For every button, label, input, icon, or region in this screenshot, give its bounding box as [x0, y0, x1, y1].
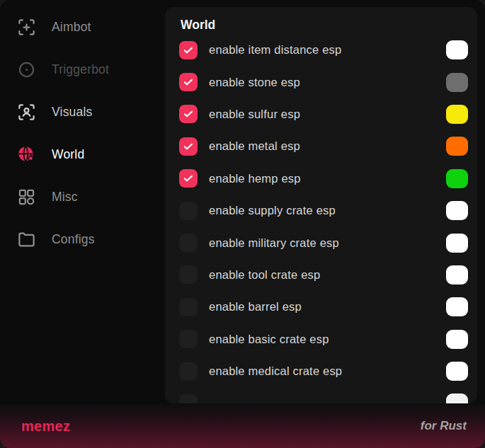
check-icon [183, 108, 194, 120]
option-row: enable medical crate esp [179, 355, 468, 387]
color-swatch[interactable] [446, 73, 468, 92]
cheat-menu-window: Aimbot Triggerbot Visuals World Misc Con… [0, 0, 485, 448]
check-icon [183, 141, 194, 152]
option-row: enable barrel esp [179, 291, 468, 323]
misc-icon [17, 188, 36, 207]
configs-icon [17, 230, 36, 249]
option-label: enable item distance esp [209, 43, 446, 57]
option-row: enable metal esp [179, 130, 468, 162]
option-checkbox[interactable] [179, 298, 198, 316]
option-checkbox[interactable] [179, 394, 198, 403]
aimbot-icon [17, 18, 36, 37]
option-label: enable supply crate esp [209, 204, 446, 217]
sidebar-item-misc[interactable]: Misc [0, 176, 165, 218]
panel-title: World [181, 17, 468, 33]
triggerbot-icon [17, 60, 36, 79]
color-swatch[interactable] [446, 105, 468, 124]
option-row: enable item distance esp [179, 34, 468, 66]
option-label: enable barrel esp [209, 300, 446, 314]
sidebar-item-visuals[interactable]: Visuals [0, 91, 165, 133]
check-icon [183, 45, 194, 56]
option-row [179, 387, 468, 403]
option-label: enable stone esp [209, 76, 446, 89]
color-swatch[interactable] [446, 40, 468, 59]
color-swatch[interactable] [446, 265, 468, 285]
check-icon [183, 76, 194, 88]
option-checkbox[interactable] [179, 105, 198, 123]
option-label: enable medical crate esp [209, 364, 446, 378]
footer-bar: memez for Rust [0, 404, 485, 448]
options-list: enable item distance esp enable stone es… [179, 34, 468, 403]
option-label: enable metal esp [209, 139, 446, 153]
option-checkbox[interactable] [179, 202, 198, 220]
color-swatch[interactable] [446, 362, 468, 381]
check-icon [183, 173, 194, 184]
option-checkbox[interactable] [179, 330, 198, 348]
color-swatch[interactable] [446, 297, 468, 316]
option-label: enable basic crate esp [209, 333, 446, 346]
color-swatch[interactable] [446, 137, 468, 156]
option-checkbox[interactable] [179, 169, 198, 188]
world-panel: World enable item distance esp enable st… [165, 7, 477, 403]
option-checkbox[interactable] [179, 73, 198, 91]
color-swatch[interactable] [446, 394, 468, 403]
color-swatch[interactable] [446, 330, 468, 349]
option-label: enable tool crate esp [209, 268, 446, 282]
sidebar-item-configs[interactable]: Configs [0, 218, 165, 260]
color-swatch[interactable] [446, 201, 468, 220]
world-icon [17, 145, 36, 164]
option-row: enable sulfur esp [179, 98, 468, 130]
visuals-icon [17, 103, 36, 122]
option-row: enable stone esp [179, 66, 468, 98]
option-label: enable military crate esp [209, 236, 446, 250]
option-row: enable military crate esp [179, 226, 468, 258]
option-label: enable hemp esp [209, 172, 446, 185]
sidebar: Aimbot Triggerbot Visuals World Misc Con… [0, 0, 165, 404]
option-checkbox[interactable] [179, 41, 198, 59]
tagline-label: for Rust [421, 419, 467, 433]
sidebar-item-triggerbot[interactable]: Triggerbot [0, 48, 165, 91]
option-checkbox[interactable] [179, 137, 198, 156]
option-row: enable hemp esp [179, 163, 468, 195]
sidebar-item-world[interactable]: World [0, 133, 165, 176]
color-swatch[interactable] [446, 234, 468, 253]
option-row: enable basic crate esp [179, 323, 468, 355]
brand-label: memez [21, 418, 70, 435]
color-swatch[interactable] [446, 169, 468, 188]
option-checkbox[interactable] [179, 265, 198, 284]
option-label: enable sulfur esp [209, 108, 446, 121]
sidebar-item-aimbot[interactable]: Aimbot [0, 6, 165, 48]
option-checkbox[interactable] [179, 362, 198, 381]
option-row: enable tool crate esp [179, 259, 468, 291]
option-checkbox[interactable] [179, 234, 198, 252]
option-row: enable supply crate esp [179, 195, 468, 226]
